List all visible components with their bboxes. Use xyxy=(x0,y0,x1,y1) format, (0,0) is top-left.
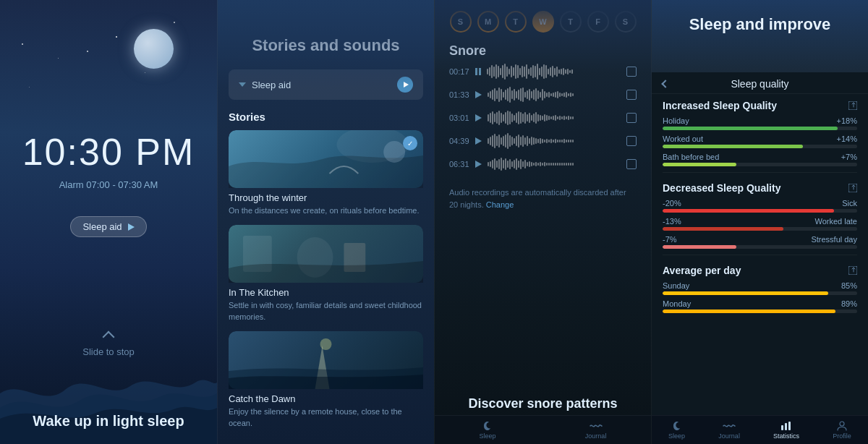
play-icon-2[interactable] xyxy=(475,91,482,98)
stat-sick: -20% Sick xyxy=(652,197,868,215)
stat-bar-workedout-fill xyxy=(663,145,803,148)
moon-icon-4 xyxy=(671,421,684,431)
tab-journal-label-3: Journal xyxy=(585,432,607,440)
tab-sleep-label-4: Sleep xyxy=(668,432,685,440)
story-1-text: Through the winter On the distances we c… xyxy=(229,188,423,218)
waveform-4 xyxy=(488,132,621,150)
story-image-3 xyxy=(229,331,423,389)
stat-worked-late: -13% Worked late xyxy=(652,215,868,233)
stat-value-stressful-neg: -7% xyxy=(663,235,677,244)
stat-value-bath: +7% xyxy=(841,153,857,161)
snore-time-2: 01:33 xyxy=(449,90,469,99)
story-3-desc: Enjoy the silence by a remote house, clo… xyxy=(229,406,423,429)
panel-wake-up: 10:30 PM Alarm 07:00 - 07:30 AM Sleep ai… xyxy=(0,0,217,444)
panel-snore: S M T W T F S Snore 00:17 01:33 xyxy=(434,0,651,444)
svg-rect-12 xyxy=(781,425,783,430)
stat-bar-bath-fill xyxy=(663,163,736,166)
svg-rect-14 xyxy=(788,422,791,430)
stat-label-sunday: Sunday xyxy=(663,281,689,290)
snore-time-3: 03:01 xyxy=(449,114,469,122)
snore-time-5: 06:31 xyxy=(449,160,469,168)
stat-value-sick-neg: -20% xyxy=(663,199,681,208)
snore-entry-3[interactable]: 03:01 xyxy=(435,106,651,129)
stat-monday: Monday 89% xyxy=(652,297,868,315)
quality-header: Sleep quality xyxy=(652,72,868,94)
tab-journal-3[interactable]: Journal xyxy=(585,421,607,440)
play-icon-3[interactable] xyxy=(475,114,482,121)
export-icon-5[interactable] xyxy=(626,159,637,169)
divider-1 xyxy=(663,172,857,173)
panel-sleep-improve: Sleep and improve Sleep quality Increase… xyxy=(651,0,868,444)
wake-up-label: Wake up in light sleep xyxy=(0,413,217,430)
story-card-3[interactable]: Catch the Dawn Enjoy the silence by a re… xyxy=(229,331,423,430)
waveform-5 xyxy=(488,155,621,173)
stat-label-worked-late: Worked late xyxy=(815,217,858,226)
story-card-1[interactable]: ✓ Through the winter On the distances we… xyxy=(229,130,423,218)
quality-panel: Sleep quality Increased Sleep Quality Ho… xyxy=(652,72,868,444)
share-icon-increased[interactable] xyxy=(848,101,857,110)
story-image-2 xyxy=(229,225,423,283)
time-display-section: 10:30 PM Alarm 07:00 - 07:30 AM Sleep ai… xyxy=(0,130,217,237)
tab-journal-4[interactable]: Journal xyxy=(718,421,740,440)
snore-entry-2[interactable]: 01:33 xyxy=(435,83,651,106)
export-icon-3[interactable] xyxy=(626,113,637,123)
export-icon-4[interactable] xyxy=(626,136,637,146)
current-time: 10:30 PM xyxy=(0,130,217,174)
increased-section-title: Increased Sleep Quality xyxy=(652,94,868,114)
stat-label-worked-out: Worked out xyxy=(663,135,703,143)
story-2-title: In The Kitchen xyxy=(229,287,423,298)
svg-point-1 xyxy=(383,141,405,163)
story-1-title: Through the winter xyxy=(229,192,423,203)
story-completed-icon: ✓ xyxy=(403,136,417,150)
stat-bar-sunday-fill xyxy=(663,291,828,295)
audio-note-link[interactable]: Change xyxy=(486,200,514,209)
play-icon-5[interactable] xyxy=(475,161,482,168)
tab-sleep-3[interactable]: Sleep xyxy=(480,421,496,440)
stat-value-monday: 89% xyxy=(841,299,857,308)
svg-rect-6 xyxy=(848,101,857,110)
waveform-3 xyxy=(488,109,621,127)
stat-bar-monday-fill xyxy=(663,309,835,313)
play-icon-4[interactable] xyxy=(475,137,482,145)
tab-sleep-4[interactable]: Sleep xyxy=(668,421,685,440)
story-card-2[interactable]: In The Kitchen Settle in with cosy, fami… xyxy=(229,225,423,324)
stat-bar-stressful-fill xyxy=(663,245,736,249)
tab-profile-label-4: Profile xyxy=(833,432,851,440)
average-section-title: Average per day xyxy=(652,259,868,279)
stat-value-holiday: +18% xyxy=(837,116,857,125)
stat-bar-workedlate-bg xyxy=(663,227,857,231)
sleep-improve-title: Sleep and improve xyxy=(652,14,868,35)
stat-worked-out: Worked out +14% xyxy=(652,132,868,150)
panel4-top-bg xyxy=(652,0,868,72)
sleep-aid-play-icon xyxy=(128,223,135,231)
svg-rect-13 xyxy=(785,423,787,430)
stat-holiday: Holiday +18% xyxy=(652,114,868,132)
tab-journal-label-4: Journal xyxy=(718,432,740,440)
stat-bar-sunday-bg xyxy=(663,291,857,295)
tab-profile-4[interactable]: Profile xyxy=(833,421,851,440)
stat-label-monday: Monday xyxy=(663,299,691,308)
share-icon-decreased[interactable] xyxy=(848,184,857,192)
svg-point-5 xyxy=(320,338,332,350)
snore-entry-4[interactable]: 04:39 xyxy=(435,129,651,153)
bar-icon-4 xyxy=(780,421,793,431)
stat-bar-holiday-fill xyxy=(663,127,838,130)
story-1-desc: On the distances we create, on rituals b… xyxy=(229,205,423,216)
tab-statistics-4[interactable]: Statistics xyxy=(773,421,799,440)
sleep-aid-button[interactable]: Sleep aid xyxy=(70,216,146,237)
audio-note: Audio recordings are automatically disca… xyxy=(435,176,651,214)
share-icon-average[interactable] xyxy=(848,266,857,275)
export-icon-2[interactable] xyxy=(626,90,637,100)
stat-label-stressful: Stressful day xyxy=(811,235,857,244)
stat-bar-workedlate-fill xyxy=(663,227,783,231)
export-icon-1[interactable] xyxy=(626,67,637,77)
moon-icon-3 xyxy=(481,421,494,431)
divider-2 xyxy=(663,255,857,255)
tab-bar-4: Sleep Journal Statistics Profile xyxy=(652,415,868,444)
person-icon-4 xyxy=(835,421,848,431)
stat-bar-monday-bg xyxy=(663,309,857,313)
stat-value-sunday: 85% xyxy=(841,281,857,290)
panel-stories: Stories and sounds Sleep aid Stories ✓ T… xyxy=(217,0,434,444)
snore-entry-5[interactable]: 06:31 xyxy=(435,153,651,176)
stat-bar-sick-bg xyxy=(663,209,857,213)
